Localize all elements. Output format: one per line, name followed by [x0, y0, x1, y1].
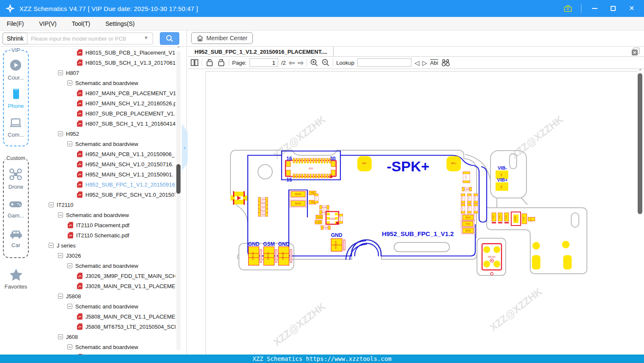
- tree-folder-h807[interactable]: H807: [32, 68, 175, 78]
- collapse-box-icon[interactable]: [58, 70, 63, 75]
- tree-file-h8015-sub-pcb-1-placement-v1[interactable]: H8015_SUB_PCB_1_Placement_V1: [32, 47, 175, 58]
- canvas-scrollbar[interactable]: ^: [637, 69, 643, 354]
- tree-file-it2110-placement-pdf[interactable]: IT2110 Placement.pdf: [32, 220, 175, 230]
- tree-file-h807-sub-sch-1-v1-1-20160414-[interactable]: H807_SUB_SCH_1_V1 1_20160414.: [32, 118, 175, 129]
- tree-folder-j3026[interactable]: J3026: [32, 250, 175, 261]
- tree-file-j5808-main-pcb-v1-1-placemen[interactable]: J5808_MAIN_PCB_V1.1_PLACEMEN: [32, 311, 175, 322]
- tree-item-label: H807_MAIN_SCH_V1.2_20160526.p: [85, 100, 175, 107]
- find-previous-icon[interactable]: ◁: [414, 60, 419, 66]
- rotate-left-icon[interactable]: [205, 58, 214, 67]
- page-back-icon[interactable]: ⇦: [289, 59, 295, 66]
- tree-item-label: J3026_3M9P_FDD_LTE_MAIN_SCH: [85, 273, 175, 279]
- tree-folder-schematic-and-boardview[interactable]: Schematic and boardview: [32, 301, 175, 311]
- zoom-out-icon[interactable]: [321, 58, 330, 67]
- search-button[interactable]: [160, 32, 179, 45]
- rotate-right-icon[interactable]: [217, 58, 226, 67]
- tree-folder-j5808[interactable]: J5808: [32, 291, 175, 301]
- member-center-button[interactable]: Member Center: [191, 32, 253, 44]
- sidebar-item-cour[interactable]: Cour...: [8, 58, 24, 81]
- dual-page-icon[interactable]: [190, 59, 199, 66]
- minimize-button[interactable]: [589, 4, 600, 13]
- collapse-box-icon[interactable]: [67, 304, 72, 309]
- collapse-box-icon[interactable]: [58, 294, 63, 299]
- zoom-in-icon[interactable]: [310, 58, 318, 67]
- tree-file-h952-main-pcb-v1-1-20150906-[interactable]: H952_MAIN_PCB_V1.1_20150906_: [32, 149, 175, 159]
- tree-folder-schematic-and-boardview[interactable]: Schematic and boardview: [32, 139, 175, 149]
- pcb-label: C122: [316, 221, 321, 223]
- match-case-icon[interactable]: Abi: [430, 59, 438, 66]
- pcb-label: C113: [260, 206, 266, 208]
- pcb-label: 30: [330, 156, 336, 162]
- tree-file-h952-main-sch-v1-0-20150716-[interactable]: H952_MAIN_SCH_V1.0_20150716.: [32, 159, 175, 169]
- close-document-icon[interactable]: [631, 47, 640, 56]
- pdf-icon: [77, 120, 83, 127]
- tree-folder-schematic-and-boardview[interactable]: Schematic and boardview: [32, 210, 175, 220]
- pdf-icon: [77, 49, 83, 56]
- page-number-input[interactable]: [249, 58, 278, 67]
- binoculars-icon[interactable]: [441, 59, 450, 67]
- tree-file-j3026-main-pcb-v1-1-placemen[interactable]: J3026_MAIN_PCB_V1.1_PLACEMEN: [32, 281, 175, 291]
- tree-file-h807-main-pcb-placement-v1[interactable]: H807_MAIN_PCB_PLACEMENT_V1: [32, 88, 175, 98]
- pcb-label: VIB-: [500, 173, 502, 176]
- lookup-input[interactable]: [357, 58, 411, 67]
- tree-folder-h952[interactable]: H952: [32, 129, 175, 139]
- tree-file-h952-sub-fpc-1-v1-2-20150916-[interactable]: H952_SUB_FPC_1_V1.2_20150916_: [32, 179, 175, 190]
- sidebar-item-com[interactable]: Com...: [8, 116, 24, 138]
- tree-folder-j608[interactable]: J608: [32, 332, 175, 342]
- collapse-box-icon[interactable]: [67, 80, 72, 85]
- tree-file-h807-sub-pcb-placement-v1-0[interactable]: H807_SUB_PCB_PLACEMENT_V1.0: [32, 108, 175, 118]
- collapse-box-icon[interactable]: [67, 141, 72, 146]
- vip-group-label: VIP: [10, 47, 22, 53]
- vip-briefcase-icon[interactable]: [562, 4, 573, 13]
- collapse-box-icon[interactable]: [58, 253, 63, 258]
- model-search-input[interactable]: [27, 33, 153, 44]
- collapse-box-icon[interactable]: [67, 263, 72, 268]
- page-forward-icon[interactable]: ⇨: [298, 59, 304, 66]
- tree-file-h952-main-sch-v1-1-20150901-[interactable]: H952_MAIN_SCH_V1.1_20150901.: [32, 169, 175, 179]
- find-next-icon[interactable]: ▷: [422, 60, 428, 66]
- menu-item-settingss[interactable]: Settings(S): [105, 20, 134, 27]
- collapse-box-icon[interactable]: [49, 202, 54, 207]
- maximize-button[interactable]: [608, 4, 619, 13]
- tree-file-h807-main-sch-v1-2-20160526-p[interactable]: H807_MAIN_SCH_V1.2_20160526.p: [32, 98, 175, 108]
- collapse-box-icon[interactable]: [58, 334, 63, 339]
- tree-folder-schematic-and-boardview[interactable]: Schematic and boardview: [32, 342, 175, 352]
- titlebar-separator: [581, 4, 581, 13]
- tree-folder-schematic-and-boardview[interactable]: Schematic and boardview: [32, 78, 175, 88]
- menu-item-vipv[interactable]: VIP(V): [39, 20, 56, 27]
- collapse-box-icon[interactable]: [58, 131, 63, 136]
- tree-item-label: IT2110 Placement.pdf: [76, 222, 129, 228]
- close-button[interactable]: ✕: [626, 4, 637, 13]
- document-tab[interactable]: H952_SUB_FPC_1_V1.2_20150916_PLACEMENT..…: [188, 47, 334, 57]
- tree-file-h952-sub-fpc-sch-v1-0-201507[interactable]: H952_SUB_FPC_SCH_V1.0_201507: [32, 190, 175, 200]
- tree-folder-it2110[interactable]: IT2110: [32, 200, 175, 210]
- tree-scroll-up-icon[interactable]: ^: [176, 46, 181, 50]
- canvas-scroll-up-icon[interactable]: ^: [637, 69, 643, 73]
- pcb-label: T106: [505, 215, 507, 219]
- pcb-label: MIC101: [488, 256, 496, 258]
- collapse-box-icon[interactable]: [58, 212, 63, 217]
- tree-file-it2110-schematic-pdf[interactable]: IT2110 Schematic.pdf: [32, 230, 175, 240]
- chevron-down-icon[interactable]: ▼: [144, 35, 148, 40]
- favorites-button[interactable]: Favorites: [0, 268, 32, 290]
- tree-file-j3026-3m9p-fdd-lte-main-sch[interactable]: J3026_3M9P_FDD_LTE_MAIN_SCH: [32, 271, 175, 281]
- tree-folder-schematic-and-boardview[interactable]: Schematic and boardview: [32, 261, 175, 271]
- shrink-button[interactable]: Shrink: [3, 33, 28, 44]
- tree-file-h8015-sub-sch-1-v1-3-20170613[interactable]: H8015_SUB_SCH_1_V1.3_20170613: [32, 58, 175, 68]
- tree-folder-j-series[interactable]: J series: [32, 240, 175, 250]
- pdf-icon: [77, 161, 83, 168]
- menu-item-filef[interactable]: File(F): [7, 20, 24, 27]
- collapse-box-icon[interactable]: [49, 243, 54, 248]
- tree-scrollbar[interactable]: [176, 51, 181, 350]
- tree-item-label: H952: [66, 131, 79, 137]
- collapse-box-icon[interactable]: [67, 344, 72, 349]
- sidebar-item-car[interactable]: Car: [9, 228, 23, 248]
- sidebar-item-gam[interactable]: Gam...: [8, 199, 24, 219]
- menu-item-toolt[interactable]: Tool(T): [72, 20, 90, 27]
- tree-scrollbar-thumb[interactable]: [176, 164, 181, 194]
- canvas-scrollbar-thumb[interactable]: [638, 73, 642, 214]
- tree-file-j5808-mt6753-lte-20150504-sch[interactable]: J5808_MT6753_LTE_20150504_SCH: [32, 322, 175, 332]
- sidebar-item-drone[interactable]: Drone: [8, 168, 23, 190]
- sidebar-item-phone[interactable]: Phone: [8, 88, 24, 109]
- sidebar-item-label: Com...: [8, 132, 24, 138]
